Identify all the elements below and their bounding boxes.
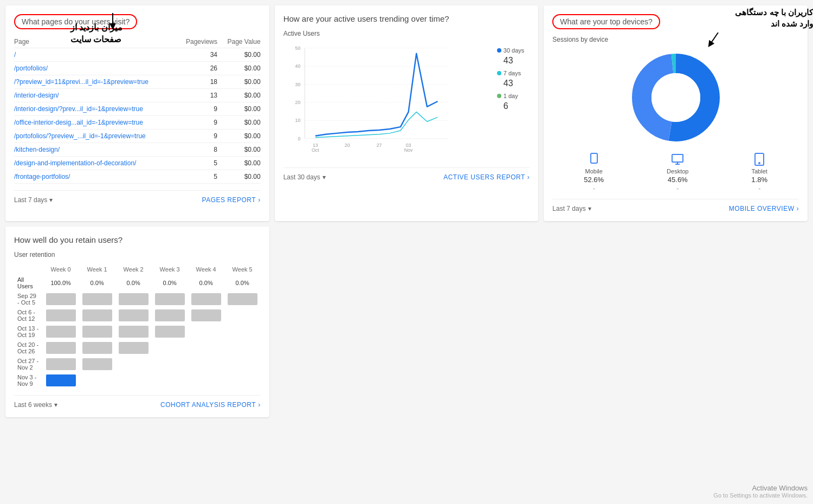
- retention-cell: [188, 340, 224, 356]
- pages-period-selector[interactable]: Last 7 days ▾: [14, 196, 53, 204]
- svg-text:27: 27: [376, 143, 382, 148]
- svg-text:50: 50: [295, 46, 300, 51]
- svg-text:Oct: Oct: [312, 147, 319, 153]
- retention-cell: [79, 291, 115, 307]
- retention-cell: [224, 324, 261, 340]
- col-page: Page: [14, 36, 176, 48]
- retention-cell: [115, 372, 152, 389]
- active-users-report-link[interactable]: ACTIVE USERS REPORT ›: [443, 173, 530, 181]
- desktop-device: Desktop 45.6% -: [667, 153, 688, 192]
- cohort-label: Oct 20 - Oct 26: [14, 340, 43, 356]
- retention-cell: [43, 307, 79, 324]
- pageviews-cell: 5: [176, 157, 217, 170]
- retention-cell: [79, 356, 115, 372]
- svg-text:20: 20: [344, 143, 350, 148]
- devices-card: What are your top devices? کاریران با چه…: [544, 5, 808, 221]
- pageviews-cell: 18: [176, 75, 217, 89]
- retention-cell: [43, 291, 79, 307]
- pagevalue-cell: $0.00: [217, 170, 261, 184]
- chart-legend: 30 days 43 7 days 43 1 day 6: [497, 47, 525, 111]
- svg-text:40: 40: [295, 63, 300, 69]
- cohort-row: Oct 6 - Oct 12: [14, 307, 261, 324]
- pageviews-cell: 9: [176, 116, 217, 130]
- page-cell: /?preview_id=11&previ...il_id=-1&preview…: [14, 75, 176, 89]
- col-week3: Week 3: [152, 264, 188, 275]
- pagevalue-cell: $0.00: [217, 130, 261, 143]
- retention-cell: [224, 307, 261, 324]
- table-row: /interior-design/ 13 $0.00: [14, 89, 261, 102]
- donut-chart: [552, 49, 799, 146]
- mobile-overview-link[interactable]: MOBILE OVERVIEW ›: [729, 205, 799, 212]
- pageviews-cell: 5: [176, 170, 217, 184]
- devices-card-title: What are your top devices?: [552, 14, 660, 29]
- col-pageviews: Pageviews: [176, 36, 217, 48]
- retention-cell: [152, 356, 188, 372]
- page-cell: /kitchen-design/: [14, 143, 176, 157]
- retention-cell: [115, 340, 152, 356]
- retention-pct-cell: 0.0%: [152, 275, 188, 291]
- pageviews-cell: 13: [176, 89, 217, 102]
- table-row: /interior-design/?prev...il_id=-1&previe…: [14, 102, 261, 116]
- svg-point-33: [759, 163, 760, 164]
- pagevalue-cell: $0.00: [217, 143, 261, 157]
- devices-period-selector[interactable]: Last 7 days ▾: [552, 205, 591, 212]
- pages-report-link[interactable]: PAGES REPORT ›: [202, 196, 261, 204]
- retention-cell: [152, 340, 188, 356]
- all-users-label: All Users: [14, 275, 43, 291]
- retention-table-label: User retention: [14, 251, 261, 259]
- retention-cell: [115, 324, 152, 340]
- page-cell: /design-and-implementation-of-decoration…: [14, 157, 176, 170]
- retention-table: Week 0 Week 1 Week 2 Week 3 Week 4 Week …: [14, 264, 261, 389]
- retention-cell: [115, 307, 152, 324]
- retention-cell: [152, 291, 188, 307]
- retention-cell: [224, 291, 261, 307]
- svg-rect-28: [593, 163, 595, 164]
- col-week4: Week 4: [188, 264, 224, 275]
- retention-cell: [79, 307, 115, 324]
- col-pagevalue: Page Value: [217, 36, 261, 48]
- svg-rect-29: [672, 154, 683, 162]
- retention-pct-cell: 0.0%: [115, 275, 152, 291]
- annotation-arrow-devices: [707, 33, 724, 49]
- page-cell: /: [14, 48, 176, 62]
- retention-cell: [152, 324, 188, 340]
- table-row: /?preview_id=11&previ...il_id=-1&preview…: [14, 75, 261, 89]
- pageviews-cell: 26: [176, 62, 217, 75]
- pagevalue-cell: $0.00: [217, 62, 261, 75]
- tablet-device: Tablet 1.8% -: [751, 153, 767, 192]
- cohort-analysis-link[interactable]: COHORT ANALYSIS REPORT ›: [160, 401, 261, 409]
- cohort-row: Oct 13 - Oct 19: [14, 324, 261, 340]
- cohort-label: Sep 29 - Oct 5: [14, 291, 43, 307]
- cohort-label: Oct 6 - Oct 12: [14, 307, 43, 324]
- pagevalue-cell: $0.00: [217, 48, 261, 62]
- cohort-label: Oct 13 - Oct 19: [14, 324, 43, 340]
- active-users-card: How are your active users trending over …: [275, 5, 539, 221]
- pagevalue-cell: $0.00: [217, 116, 261, 130]
- retention-card: How well do you retain users? User reten…: [5, 227, 269, 417]
- retention-cell: [224, 372, 261, 389]
- pages-card: What pages do your users visit? میزان با…: [5, 5, 269, 221]
- pages-table: Page Pageviews Page Value / 34 $0.00 /po…: [14, 36, 261, 184]
- retention-cell: [79, 324, 115, 340]
- svg-text:10: 10: [295, 118, 300, 123]
- retention-cell: [188, 324, 224, 340]
- col-week2: Week 2: [115, 264, 152, 275]
- active-users-chart: 30 days 43 7 days 43 1 day 6: [283, 42, 530, 161]
- svg-text:0: 0: [298, 136, 300, 141]
- retention-cell: [43, 324, 79, 340]
- devices-icons: Mobile 52.6% - Desktop 45.6% - Tablet 1.…: [552, 153, 799, 192]
- pageviews-cell: 9: [176, 130, 217, 143]
- table-row: /portofolios/?preview_...il_id=-1&previe…: [14, 130, 261, 143]
- active-users-period-selector[interactable]: Last 30 days ▾: [283, 173, 326, 181]
- retention-cell: [79, 340, 115, 356]
- retention-period-selector[interactable]: Last 6 weeks ▾: [14, 401, 57, 409]
- cohort-row: Oct 27 - Nov 2: [14, 356, 261, 372]
- svg-point-26: [651, 73, 700, 122]
- retention-pct-cell: 0.0%: [188, 275, 224, 291]
- svg-text:20: 20: [295, 100, 300, 105]
- table-row: /kitchen-design/ 8 $0.00: [14, 143, 261, 157]
- retention-cell: [43, 356, 79, 372]
- col-week0: Week 0: [43, 264, 79, 275]
- annotation-devices: کاریران با چه دستگاهیوارد شده اند: [715, 7, 813, 29]
- retention-pct-cell: 100.0%: [43, 275, 79, 291]
